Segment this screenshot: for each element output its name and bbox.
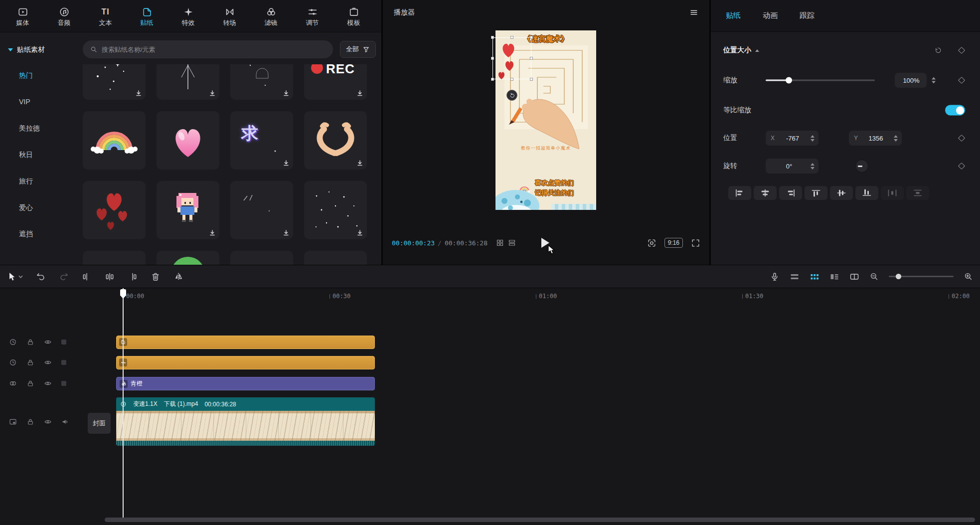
zoom-out-icon[interactable] (869, 272, 879, 281)
record-voiceover-icon[interactable] (770, 272, 780, 282)
sticker-tile-qiu-text[interactable]: 求 (230, 111, 293, 170)
rotation-field[interactable]: 0° (766, 159, 818, 174)
sticker-tile-firework-streak[interactable] (157, 64, 219, 100)
aspect-ratio-button[interactable]: 9:16 (664, 238, 683, 248)
keyframe-diamond-icon[interactable] (958, 77, 965, 84)
sidebar-item-vip[interactable]: VIP (0, 89, 73, 115)
timeline-ruler[interactable]: 00:00 00:30 01:00 01:30 02:00 (0, 288, 980, 305)
rotation-dial[interactable] (855, 160, 868, 173)
sticker-tile-partial[interactable] (230, 251, 293, 265)
resize-handle-w[interactable] (491, 57, 494, 60)
topbar-item-templates[interactable]: 模板 (333, 0, 374, 32)
player-menu-icon[interactable] (689, 8, 698, 17)
download-icon[interactable] (135, 90, 142, 97)
sidebar-item-love[interactable]: 爱心 (0, 194, 73, 221)
track-height-medium-icon[interactable] (810, 272, 819, 281)
position-x-field[interactable]: X -767 (766, 131, 818, 146)
sticker-tile-partial-green[interactable] (157, 251, 219, 265)
sticker-clip-2[interactable] (116, 356, 375, 369)
track-height-small-icon[interactable] (790, 272, 800, 281)
scale-slider-knob[interactable] (786, 77, 792, 84)
eye-icon[interactable] (44, 338, 52, 346)
speaker-icon[interactable] (61, 418, 69, 426)
download-icon[interactable] (356, 160, 363, 167)
select-tool-button[interactable] (8, 272, 23, 281)
sticker-tile-hearts-cluster[interactable] (83, 181, 146, 239)
filter-clip[interactable]: 青橙 (116, 377, 375, 390)
topbar-item-transitions[interactable]: 转场 (209, 0, 250, 32)
sidebar-item-hot[interactable]: 热门 (0, 62, 73, 89)
lock-icon[interactable] (26, 358, 34, 366)
eye-icon[interactable] (44, 418, 52, 426)
download-icon[interactable] (209, 90, 216, 97)
download-icon[interactable] (283, 90, 290, 97)
sidebar-item-maillard[interactable]: 美拉德 (0, 115, 73, 142)
resize-handle-se[interactable] (530, 78, 533, 81)
rotate-handle[interactable] (506, 90, 517, 101)
cover-button[interactable]: 封面 (88, 413, 111, 434)
download-icon[interactable] (283, 160, 290, 167)
position-y-field[interactable]: Y 1356 (849, 131, 902, 146)
sticker-tile-pixel-girl[interactable] (157, 181, 219, 239)
topbar-item-filters[interactable]: 滤镜 (250, 0, 292, 32)
resize-handle-ne[interactable] (530, 36, 533, 39)
timeline-scrollbar[interactable] (105, 518, 975, 522)
tab-sticker[interactable]: 贴纸 (726, 11, 741, 20)
timeline-zoom-slider[interactable] (889, 276, 954, 277)
y-stepper[interactable] (894, 135, 898, 142)
zoom-in-icon[interactable] (964, 272, 973, 281)
track-color-chip[interactable] (61, 381, 66, 386)
download-icon[interactable] (283, 229, 290, 236)
track-color-chip[interactable] (61, 360, 66, 365)
distribute-horizontal-button[interactable] (881, 186, 904, 200)
topbar-item-audio[interactable]: 音频 (43, 0, 85, 32)
split-left-icon[interactable] (82, 272, 92, 282)
blend-icon[interactable] (9, 379, 17, 387)
align-right-button[interactable] (779, 186, 802, 200)
scale-value-box[interactable]: 100% (895, 73, 927, 88)
reset-icon[interactable] (934, 47, 942, 54)
rotation-stepper[interactable] (811, 163, 815, 170)
grid-view-icon[interactable] (496, 239, 503, 246)
list-view-icon[interactable] (508, 239, 515, 246)
timeline-zoom-knob[interactable] (896, 274, 901, 279)
resize-handle-nw[interactable] (491, 36, 494, 39)
align-left-button[interactable] (728, 186, 751, 200)
align-bottom-button[interactable] (855, 186, 878, 200)
x-stepper[interactable] (811, 135, 815, 142)
download-icon[interactable] (356, 229, 363, 236)
download-icon[interactable] (209, 229, 216, 236)
topbar-item-text[interactable]: TI 文本 (85, 0, 126, 32)
lock-icon[interactable] (26, 338, 34, 346)
download-icon[interactable] (356, 90, 363, 97)
sticker-tile-sparkle-bell[interactable] (230, 64, 293, 100)
redo-icon[interactable] (59, 272, 69, 282)
sticker-tile-heart-hands[interactable] (304, 111, 367, 170)
hearts-sticker[interactable] (494, 39, 529, 89)
topbar-item-sticker[interactable]: 贴纸 (126, 0, 167, 32)
sidebar-item-cover[interactable]: 遮挡 (0, 221, 73, 247)
sticker-tile-partial[interactable] (83, 251, 146, 265)
eye-icon[interactable] (44, 358, 52, 366)
preview-quality-icon[interactable] (647, 238, 656, 248)
resize-handle-sw[interactable] (491, 78, 494, 81)
delete-icon[interactable] (151, 272, 161, 282)
tab-animation[interactable]: 动画 (763, 11, 778, 20)
lock-icon[interactable] (26, 418, 34, 426)
search-input[interactable] (102, 46, 326, 53)
keyframe-diamond-icon[interactable] (958, 135, 965, 142)
keyframe-diamond-icon[interactable] (958, 163, 965, 170)
pip-icon[interactable] (9, 418, 17, 426)
split-right-icon[interactable] (128, 272, 138, 282)
freeze-icon[interactable] (9, 338, 17, 346)
sticker-search-box[interactable] (83, 40, 333, 58)
resize-handle-e[interactable] (530, 57, 533, 60)
tab-tracking[interactable]: 跟踪 (800, 11, 815, 20)
mirror-icon[interactable] (173, 272, 183, 282)
split-icon[interactable] (105, 272, 115, 282)
topbar-item-effects[interactable]: 特效 (167, 0, 209, 32)
undo-icon[interactable] (36, 272, 46, 282)
collapse-icon[interactable] (755, 49, 759, 52)
align-top-button[interactable] (805, 186, 827, 200)
fullscreen-icon[interactable] (691, 238, 700, 248)
